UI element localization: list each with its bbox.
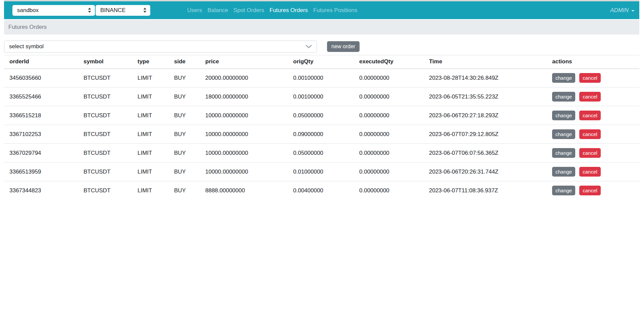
environment-select-value: sandbox xyxy=(17,7,39,14)
symbol-select[interactable]: select symbol xyxy=(4,41,317,53)
cancel-button[interactable]: cancel xyxy=(579,148,600,158)
top-navbar: sandbox BINANCE UsersBalanceSpot OrdersF… xyxy=(4,1,639,19)
chevron-down-icon xyxy=(306,45,312,49)
nav-link-futures-positions[interactable]: Futures Positions xyxy=(311,1,360,19)
cell-orderid: 3366515218 xyxy=(4,106,78,125)
cell-price: 10000.00000000 xyxy=(200,163,288,181)
cell-origqty: 0.00100000 xyxy=(288,87,354,106)
cell-type: LIMIT xyxy=(132,125,169,144)
cell-executedqty: 0.00000000 xyxy=(354,106,424,125)
cancel-button[interactable]: cancel xyxy=(579,186,600,195)
change-button[interactable]: change xyxy=(552,129,575,139)
cell-symbol: BTCUSDT xyxy=(78,125,132,144)
column-header-orderid: orderId xyxy=(4,55,78,69)
change-button[interactable]: change xyxy=(552,186,575,195)
change-button[interactable]: change xyxy=(552,167,575,177)
change-button[interactable]: change xyxy=(552,92,575,102)
nav-link-spot-orders[interactable]: Spot Orders xyxy=(231,1,267,19)
change-button[interactable]: change xyxy=(552,111,575,120)
table-row: 3366513959BTCUSDTLIMITBUY10000.000000000… xyxy=(4,163,639,181)
cell-actions: changecancel xyxy=(547,163,639,181)
cell-actions: changecancel xyxy=(547,125,639,144)
cell-time: 2023-06-05T21:35:55.223Z xyxy=(424,87,547,106)
cell-symbol: BTCUSDT xyxy=(78,144,132,163)
cell-price: 10000.00000000 xyxy=(200,106,288,125)
cell-side: BUY xyxy=(169,69,200,87)
cell-time: 2023-06-07T11:08:36.937Z xyxy=(424,181,547,200)
cell-actions: changecancel xyxy=(547,106,639,125)
breadcrumb: Futures Orders xyxy=(4,20,639,35)
table-row: 3367102253BTCUSDTLIMITBUY10000.000000000… xyxy=(4,125,639,144)
cell-executedqty: 0.00000000 xyxy=(354,163,424,181)
column-header-time: Time xyxy=(424,55,547,69)
table-row: 3366515218BTCUSDTLIMITBUY10000.000000000… xyxy=(4,106,639,125)
cell-origqty: 0.05000000 xyxy=(288,106,354,125)
change-button[interactable]: change xyxy=(552,148,575,158)
cell-orderid: 3366513959 xyxy=(4,163,78,181)
cell-executedqty: 0.00000000 xyxy=(354,181,424,200)
cell-symbol: BTCUSDT xyxy=(78,163,132,181)
cancel-button[interactable]: cancel xyxy=(579,167,600,177)
cell-price: 8888.00000000 xyxy=(200,181,288,200)
cell-type: LIMIT xyxy=(132,69,169,87)
cell-orderid: 3367102253 xyxy=(4,125,78,144)
cell-type: LIMIT xyxy=(132,163,169,181)
change-button[interactable]: change xyxy=(552,73,575,83)
cancel-button[interactable]: cancel xyxy=(579,129,600,139)
column-header-symbol: symbol xyxy=(78,55,132,69)
table-row: 3365525466BTCUSDTLIMITBUY18000.000000000… xyxy=(4,87,639,106)
cancel-button[interactable]: cancel xyxy=(579,73,600,83)
cell-price: 20000.00000000 xyxy=(200,69,288,87)
select-updown-icon xyxy=(143,8,147,13)
cell-orderid: 3365525466 xyxy=(4,87,78,106)
cell-price: 10000.00000000 xyxy=(200,144,288,163)
cell-symbol: BTCUSDT xyxy=(78,69,132,87)
cell-price: 10000.00000000 xyxy=(200,125,288,144)
nav-link-futures-orders[interactable]: Futures Orders xyxy=(267,1,311,19)
cell-origqty: 0.01000000 xyxy=(288,163,354,181)
cell-executedqty: 0.00000000 xyxy=(354,144,424,163)
cell-symbol: BTCUSDT xyxy=(78,106,132,125)
new-order-button[interactable]: new order xyxy=(327,41,360,52)
cell-time: 2023-06-06T20:26:31.744Z xyxy=(424,163,547,181)
exchange-select[interactable]: BINANCE xyxy=(96,5,150,16)
table-header-row: orderIdsymboltypesidepriceorigQtyexecute… xyxy=(4,55,639,69)
cell-executedqty: 0.00000000 xyxy=(354,125,424,144)
table-row: 3456035660BTCUSDTLIMITBUY20000.000000000… xyxy=(4,69,639,87)
cell-orderid: 3456035660 xyxy=(4,69,78,87)
page-title: Futures Orders xyxy=(8,24,47,30)
table-row: 3367029794BTCUSDTLIMITBUY10000.000000000… xyxy=(4,144,639,163)
nav-link-users[interactable]: Users xyxy=(184,1,205,19)
cell-side: BUY xyxy=(169,163,200,181)
admin-dropdown[interactable]: ADMIN xyxy=(610,7,635,14)
cell-type: LIMIT xyxy=(132,106,169,125)
column-header-type: type xyxy=(132,55,169,69)
cell-side: BUY xyxy=(169,87,200,106)
cell-time: 2023-06-07T06:07:56.365Z xyxy=(424,144,547,163)
cell-origqty: 0.00400000 xyxy=(288,181,354,200)
caret-down-icon xyxy=(631,10,635,12)
cell-side: BUY xyxy=(169,125,200,144)
cell-origqty: 0.05000000 xyxy=(288,144,354,163)
nav-link-balance[interactable]: Balance xyxy=(205,1,230,19)
cell-side: BUY xyxy=(169,144,200,163)
cell-actions: changecancel xyxy=(547,144,639,163)
column-header-origqty: origQty xyxy=(288,55,354,69)
cancel-button[interactable]: cancel xyxy=(579,111,600,120)
cell-type: LIMIT xyxy=(132,87,169,106)
cell-type: LIMIT xyxy=(132,144,169,163)
cell-side: BUY xyxy=(169,106,200,125)
cell-time: 2023-06-07T07:29:12.805Z xyxy=(424,125,547,144)
navbar-links: UsersBalanceSpot OrdersFutures OrdersFut… xyxy=(184,1,360,19)
cell-symbol: BTCUSDT xyxy=(78,87,132,106)
cancel-button[interactable]: cancel xyxy=(579,92,600,102)
table-row: 3367344823BTCUSDTLIMITBUY8888.000000000.… xyxy=(4,181,639,200)
cell-executedqty: 0.00000000 xyxy=(354,87,424,106)
cell-type: LIMIT xyxy=(132,181,169,200)
cell-symbol: BTCUSDT xyxy=(78,181,132,200)
cell-origqty: 0.09000000 xyxy=(288,125,354,144)
environment-select[interactable]: sandbox xyxy=(12,5,95,16)
select-updown-icon xyxy=(88,8,91,13)
column-header-price: price xyxy=(200,55,288,69)
page: sandbox BINANCE UsersBalanceSpot OrdersF… xyxy=(4,1,639,200)
